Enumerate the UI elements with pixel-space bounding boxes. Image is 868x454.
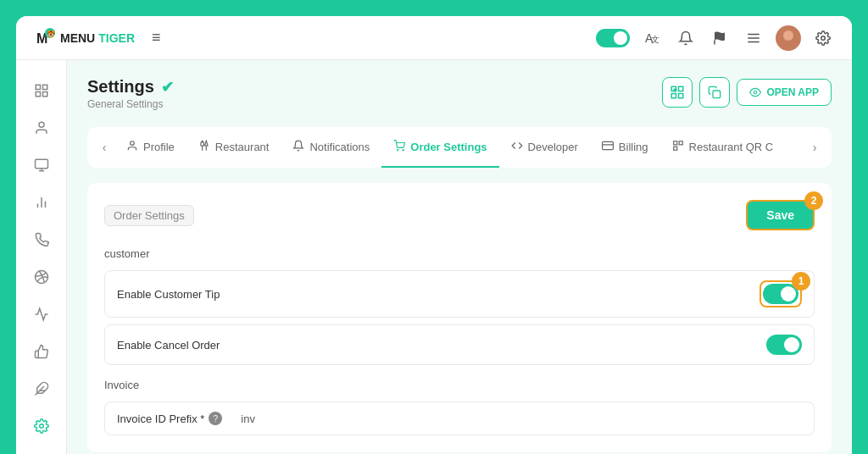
enable-cancel-order-label: Enable Cancel Order <box>117 339 220 352</box>
main-area: Settings ✔ General Settings OPEN APP <box>16 60 852 454</box>
topnav: M 🐯 MENU TIGER ≡ A 文 <box>16 16 852 60</box>
open-app-button[interactable]: OPEN APP <box>737 79 832 106</box>
svg-point-40 <box>403 149 403 150</box>
order-settings-tab-label: Order Settings <box>410 141 487 153</box>
svg-point-10 <box>783 30 793 41</box>
tab-order-settings[interactable]: Order Settings <box>381 128 498 168</box>
svg-rect-44 <box>679 141 682 144</box>
order-settings-tab-icon <box>393 140 405 154</box>
svg-rect-13 <box>36 85 40 89</box>
customer-tip-toggle-wrap: 1 <box>760 280 802 307</box>
sidebar-item-dashboard[interactable] <box>25 74 58 108</box>
tab-restaurant[interactable]: Restaurant <box>186 128 281 168</box>
svg-rect-30 <box>672 94 676 98</box>
tab-next-arrow[interactable]: › <box>804 127 825 168</box>
tab-notifications[interactable]: Notifications <box>281 128 381 168</box>
qr-button[interactable] <box>662 77 693 108</box>
logo[interactable]: M 🐯 MENU TIGER <box>33 26 135 50</box>
svg-point-39 <box>398 149 398 150</box>
svg-rect-33 <box>713 91 721 98</box>
invoice-prefix-row: Invoice ID Prefix * ? inv <box>104 401 815 435</box>
sidebar <box>16 60 67 454</box>
tab-billing[interactable]: Billing <box>590 128 660 168</box>
svg-point-12 <box>821 36 826 40</box>
enable-customer-tip-label: Enable Customer Tip <box>117 288 220 301</box>
logo-text: MENU <box>60 31 95 45</box>
svg-point-35 <box>131 141 135 145</box>
settings-icon[interactable] <box>811 26 835 50</box>
sidebar-item-plugins[interactable] <box>25 372 58 406</box>
notification-icon[interactable] <box>674 26 698 50</box>
developer-tab-label: Developer <box>528 141 578 153</box>
card-header-row: Order Settings Save 2 <box>104 200 815 230</box>
help-icon[interactable]: ? <box>209 412 222 425</box>
invoice-prefix-label: Invoice ID Prefix * ? <box>117 412 222 425</box>
tabs-container: ‹ Profile Restaurant <box>87 127 832 168</box>
restaurant-tab-icon <box>198 140 210 154</box>
sidebar-item-analytics[interactable] <box>25 111 58 145</box>
svg-rect-16 <box>42 92 47 97</box>
sidebar-item-promotions[interactable] <box>25 223 58 257</box>
enable-customer-tip-row: Enable Customer Tip 1 <box>104 270 815 318</box>
svg-rect-14 <box>42 85 47 89</box>
profile-tab-label: Profile <box>143 141 175 153</box>
save-badge: 2 <box>804 191 823 210</box>
svg-rect-43 <box>673 141 676 144</box>
notifications-tab-label: Notifications <box>309 141 370 153</box>
toggle-badge: 1 <box>792 272 810 291</box>
verified-icon: ✔ <box>161 78 174 97</box>
hamburger-button[interactable]: ≡ <box>152 29 161 47</box>
svg-rect-32 <box>679 94 683 98</box>
sidebar-item-reports[interactable] <box>25 297 58 331</box>
restaurant-qr-tab-label: Restaurant QR C <box>689 141 774 153</box>
tab-prev-arrow[interactable]: ‹ <box>94 127 114 168</box>
svg-text:🐯: 🐯 <box>47 30 55 38</box>
svg-rect-15 <box>36 92 40 97</box>
sidebar-item-feedback[interactable] <box>25 335 58 368</box>
app-container: M 🐯 MENU TIGER ≡ A 文 <box>14 14 854 454</box>
language-icon[interactable]: A 文 <box>640 26 664 50</box>
settings-header: Settings ✔ General Settings OPEN APP <box>87 77 832 110</box>
settings-title-block: Settings ✔ General Settings <box>87 77 174 110</box>
settings-card: Order Settings Save 2 customer Enable Cu… <box>87 183 832 452</box>
invoice-section-title: Invoice <box>104 379 815 391</box>
profile-tab-icon <box>126 140 138 154</box>
enable-cancel-order-row: Enable Cancel Order <box>104 324 815 365</box>
invoice-section: Invoice Invoice ID Prefix * ? inv <box>104 379 815 435</box>
svg-rect-18 <box>35 159 47 169</box>
settings-subtitle: General Settings <box>87 98 174 110</box>
svg-point-11 <box>781 42 796 51</box>
tab-restaurant-qr[interactable]: Restaurant QR C <box>660 128 786 168</box>
svg-point-17 <box>39 122 44 127</box>
menu-icon[interactable] <box>742 26 765 50</box>
theme-toggle[interactable] <box>596 29 630 47</box>
customer-section-title: customer <box>104 247 815 260</box>
restaurant-tab-label: Restaurant <box>215 141 270 153</box>
tab-profile[interactable]: Profile <box>114 128 186 168</box>
flag-icon[interactable] <box>708 26 732 50</box>
billing-tab-icon <box>602 140 614 154</box>
svg-rect-29 <box>679 86 683 91</box>
sidebar-item-trending[interactable] <box>25 260 58 294</box>
tab-developer[interactable]: Developer <box>499 128 590 168</box>
page-title: Settings ✔ <box>87 77 174 97</box>
svg-point-34 <box>754 91 758 94</box>
cancel-order-toggle[interactable] <box>766 335 802 355</box>
tabs-scroll: Profile Restaurant Notifications <box>114 128 804 168</box>
svg-point-27 <box>39 424 43 429</box>
header-actions: OPEN APP <box>662 77 832 108</box>
svg-rect-31 <box>675 89 676 91</box>
content-area: Settings ✔ General Settings OPEN APP <box>67 60 852 454</box>
customer-section: customer Enable Customer Tip 1 E <box>104 247 815 365</box>
sidebar-item-stats[interactable] <box>25 185 58 219</box>
order-settings-label: Order Settings <box>104 205 194 226</box>
sidebar-item-orders[interactable] <box>25 148 58 182</box>
svg-rect-41 <box>602 141 613 149</box>
copy-button[interactable] <box>699 77 730 108</box>
save-button[interactable]: Save <box>746 200 815 230</box>
developer-tab-icon <box>511 140 523 154</box>
avatar[interactable] <box>776 25 801 51</box>
logo-text2: TIGER <box>98 31 135 45</box>
restaurant-qr-tab-icon <box>672 140 684 154</box>
sidebar-item-settings[interactable] <box>25 409 58 443</box>
